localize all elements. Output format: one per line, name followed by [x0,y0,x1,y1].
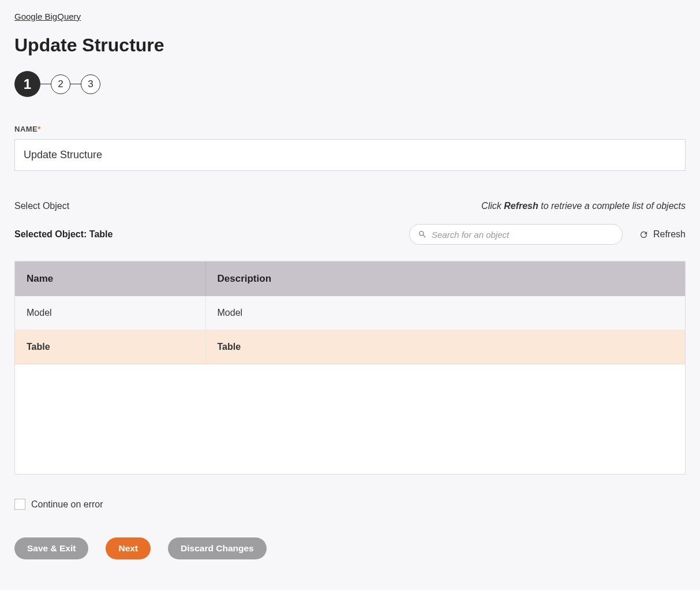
refresh-button-label: Refresh [653,229,686,240]
step-2[interactable]: 2 [51,74,70,94]
column-header-description[interactable]: Description [205,262,685,296]
required-asterisk: * [38,125,41,133]
page-title: Update Structure [14,35,686,56]
column-header-name[interactable]: Name [15,262,205,296]
save-exit-button[interactable]: Save & Exit [14,537,88,559]
table-row[interactable]: Table Table [15,330,685,364]
stepper: 1 2 3 [14,71,686,97]
step-3[interactable]: 3 [81,74,100,94]
table-row[interactable]: Model Model [15,296,685,330]
cell-description: Model [205,296,685,330]
next-button[interactable]: Next [106,537,151,559]
cell-name: Table [15,330,205,364]
refresh-icon [639,230,649,240]
step-connector [70,84,81,85]
refresh-button[interactable]: Refresh [639,229,686,240]
discard-button[interactable]: Discard Changes [168,537,267,559]
cell-name: Model [15,296,205,330]
name-field-label: NAME* [14,125,686,133]
select-object-label: Select Object [14,201,69,211]
continue-on-error-checkbox[interactable] [14,499,25,510]
refresh-hint: Click Refresh to retrieve a complete lis… [481,201,686,211]
object-table-container: Name Description Model Model Table Table [14,261,686,475]
footer-buttons: Save & Exit Next Discard Changes [14,537,686,559]
breadcrumb-link[interactable]: Google BigQuery [14,12,81,21]
search-box[interactable] [409,224,623,245]
step-connector [40,84,51,85]
search-icon [418,230,427,239]
step-1[interactable]: 1 [14,71,40,97]
continue-on-error-label: Continue on error [31,499,103,510]
object-table: Name Description Model Model Table Table [15,262,685,364]
cell-description: Table [205,330,685,364]
name-input[interactable] [14,139,686,171]
search-input[interactable] [432,230,614,240]
selected-object-label: Selected Object: Table [14,229,113,240]
